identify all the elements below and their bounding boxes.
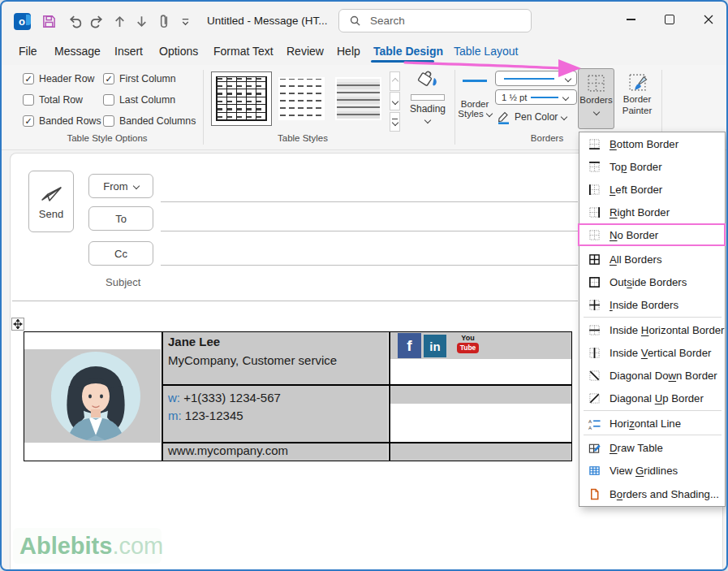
gallery-scroll-up-button[interactable] [390, 71, 400, 91]
border-inside-horizontal-icon [588, 324, 601, 336]
subject-label: Subject [106, 276, 140, 288]
send-icon [40, 184, 62, 203]
checkbox[interactable] [103, 115, 114, 127]
subject-field[interactable] [12, 301, 578, 301]
send-button[interactable]: Send [28, 171, 74, 232]
border-painter-button[interactable]: Border Painter [618, 68, 657, 129]
tab-table-design[interactable]: Table Design [373, 45, 443, 58]
checkbox[interactable]: ✓ [23, 115, 34, 127]
table-style-thumbnail-3[interactable] [335, 77, 381, 120]
chevron-up-icon [391, 78, 398, 84]
move-down-icon[interactable] [131, 11, 151, 31]
menu-item-right-border[interactable]: Right Border [579, 202, 724, 222]
attach-file-icon[interactable] [154, 11, 174, 31]
chevron-down-icon [561, 114, 567, 120]
border-bottom-icon [588, 138, 601, 150]
tab-insert[interactable]: Insert [114, 45, 143, 58]
checkbox[interactable]: ✓ [23, 73, 34, 84]
gallery-scroll-down-button[interactable] [390, 92, 400, 110]
menu-item-borders-and-shading[interactable]: Borders and Shading... [579, 484, 724, 504]
menu-item-horizontal-line[interactable]: A A Horizontal Line [579, 413, 724, 433]
shading-button[interactable]: Shading [404, 70, 451, 123]
pen-color-icon [497, 110, 510, 124]
checkbox-total-row[interactable]: Total Row [23, 94, 83, 106]
from-button[interactable]: From [88, 174, 153, 198]
menu-item-inside-borders[interactable]: Inside Borders [579, 295, 724, 314]
border-diagonal-down-icon [588, 370, 601, 382]
checkbox-banded-rows[interactable]: ✓ Banded Rows [23, 115, 101, 127]
undo-icon[interactable] [65, 11, 84, 31]
borders-grid-icon [586, 73, 606, 93]
table-style-thumbnail-1[interactable] [211, 71, 272, 126]
to-button[interactable]: To [88, 206, 153, 231]
border-inside-icon [588, 299, 601, 311]
customize-toolbar-icon[interactable] [175, 11, 195, 31]
pen-color-button[interactable]: Pen Color [497, 110, 566, 124]
borders-button[interactable]: Borders [578, 68, 614, 129]
chevron-down-icon [132, 183, 139, 189]
active-tab-underline [371, 60, 434, 63]
checkbox-first-column[interactable]: ✓ First Column [103, 73, 176, 84]
checkbox[interactable] [23, 94, 34, 106]
menu-item-no-border[interactable]: No Border [579, 225, 724, 244]
youtube-icon[interactable]: You Tube [457, 334, 479, 353]
menu-item-diagonal-up-border[interactable]: Diagonal Up Border [579, 388, 724, 408]
maximize-button[interactable] [651, 2, 688, 37]
menu-item-diagonal-down-border[interactable]: Diagonal Down Border [579, 366, 724, 385]
save-icon[interactable] [39, 11, 58, 31]
menu-item-draw-table[interactable]: Draw Table [579, 438, 724, 457]
menu-item-all-borders[interactable]: All Borders [579, 249, 724, 269]
checkbox-last-column[interactable]: Last Column [103, 94, 175, 106]
chevron-down-icon [562, 93, 569, 100]
signature-website: www.mycompany.com [168, 443, 288, 457]
selected-line-style [504, 78, 554, 80]
line-style-combo[interactable] [495, 71, 577, 86]
tab-format-text[interactable]: Format Text [213, 45, 274, 58]
from-field[interactable] [161, 201, 578, 202]
chevron-down-icon [565, 75, 571, 81]
menu-item-top-border[interactable]: Top Border [579, 157, 724, 176]
horizontal-line-icon: A A [588, 417, 601, 430]
search-input[interactable] [368, 14, 510, 28]
svg-text:A: A [588, 424, 592, 429]
tab-help[interactable]: Help [337, 45, 360, 58]
tab-review[interactable]: Review [286, 45, 324, 58]
cc-button[interactable]: Cc [88, 241, 153, 266]
border-painter-icon [627, 72, 648, 93]
checkbox[interactable]: ✓ [103, 73, 114, 84]
close-button[interactable] [690, 2, 727, 37]
line-weight-combo[interactable]: 1 ½ pt [495, 89, 577, 105]
tab-table-layout[interactable]: Table Layout [454, 45, 518, 58]
menu-item-bottom-border[interactable]: Bottom Border [579, 134, 724, 154]
linkedin-icon[interactable]: in [424, 335, 446, 357]
move-up-icon[interactable] [110, 11, 129, 31]
border-styles-button[interactable]: Border Styles [456, 75, 493, 119]
chevron-down-icon [592, 109, 599, 115]
tab-file[interactable]: File [19, 45, 37, 58]
menu-item-inside-vertical-border[interactable]: Inside Vertical Border [579, 343, 724, 362]
checkbox-header-row[interactable]: ✓ Header Row [23, 73, 94, 84]
chevron-down-icon [391, 97, 398, 104]
outlook-app-icon[interactable]: o [12, 11, 32, 31]
gallery-more-button[interactable] [390, 112, 400, 132]
table-style-thumbnail-2[interactable] [278, 77, 325, 120]
cc-field[interactable] [161, 265, 578, 266]
border-right-icon [588, 206, 601, 218]
facebook-icon[interactable]: f [398, 333, 421, 358]
table-move-handle[interactable] [11, 318, 24, 331]
redo-icon[interactable] [87, 11, 106, 31]
menu-item-inside-horizontal-border[interactable]: Inside Horizontal Border [579, 320, 724, 340]
menu-item-left-border[interactable]: Left Border [579, 180, 724, 199]
search-box[interactable] [338, 9, 532, 32]
tab-message[interactable]: Message [54, 45, 101, 58]
tab-options[interactable]: Options [159, 45, 198, 58]
menu-item-view-gridlines[interactable]: View Gridlines [579, 461, 724, 480]
menu-item-outside-borders[interactable]: Outside Borders [579, 272, 724, 292]
checkbox-banded-columns[interactable]: Banded Columns [103, 115, 196, 127]
to-field[interactable] [161, 231, 578, 231]
border-outside-icon [588, 276, 601, 288]
checkbox[interactable] [103, 94, 114, 106]
minimize-button[interactable] [612, 2, 649, 37]
window-title: Untitled - Message (HT... [207, 15, 328, 27]
border-inside-vertical-icon [588, 347, 601, 359]
